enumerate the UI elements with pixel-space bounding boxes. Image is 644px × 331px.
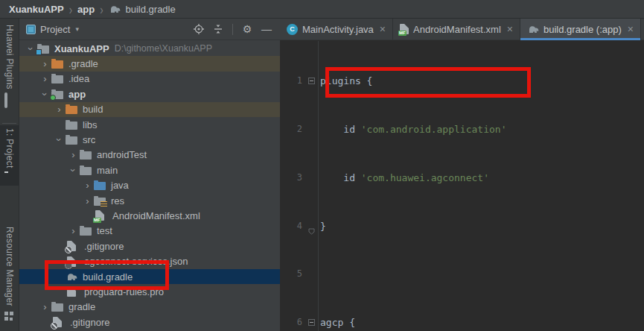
line-number: 6 xyxy=(280,315,305,331)
locate-file-button[interactable] xyxy=(191,22,206,37)
close-icon[interactable]: × xyxy=(380,23,386,35)
breadcrumb-file[interactable]: build.gradle xyxy=(126,4,176,15)
project-panel: Project ▾ ⚙ — › XuankuAPP D:\githome\Xua… xyxy=(19,19,280,331)
tab-build-gradle[interactable]: build.gradle (:app) × xyxy=(520,19,641,40)
tree-item-gitignore-app[interactable]: › .gitignore xyxy=(19,239,280,253)
tree-item-build-gradle[interactable]: › build.gradle xyxy=(19,269,280,284)
tree-item-agconnect-services[interactable]: › agconnect-services.json xyxy=(19,253,280,268)
chevron-right-icon[interactable]: › xyxy=(81,180,94,191)
collapse-all-button[interactable] xyxy=(211,22,226,37)
code-line[interactable]: 1 plugins { xyxy=(280,73,644,89)
editor: C MainActivity.java × MF AndroidManifest… xyxy=(280,19,644,331)
stripe-tab-huawei-plugins[interactable]: Huawei Plugins xyxy=(0,22,19,107)
tree-item-libs[interactable]: › libs xyxy=(19,117,280,132)
stripe-tab-project[interactable]: 1: Project xyxy=(0,125,19,186)
manifest-file-icon: MF xyxy=(400,24,409,34)
chevron-down-icon[interactable]: ▾ xyxy=(75,25,79,33)
hide-panel-button[interactable]: — xyxy=(259,22,274,37)
chevron-right-icon[interactable]: › xyxy=(67,149,80,160)
code-line[interactable]: 6 agcp { xyxy=(280,315,644,331)
chevron-down-icon[interactable]: › xyxy=(39,88,51,101)
tree-item-gradle-cache[interactable]: › .gradle xyxy=(19,56,280,71)
close-icon[interactable]: × xyxy=(507,23,513,35)
line-number: 4 xyxy=(280,218,305,235)
tree-item-src[interactable]: › src xyxy=(19,132,280,147)
tree-item-res[interactable]: › res xyxy=(19,193,280,208)
stripe-separator xyxy=(2,123,16,124)
tree-item-proguard-rules[interactable]: › proguard-rules.pro xyxy=(19,284,280,299)
code-editor[interactable]: 1 plugins { 2 id 'com.android.applicatio… xyxy=(280,41,644,331)
code-line[interactable]: 3 id 'com.huawei.agconnect' xyxy=(280,170,644,186)
folder-icon xyxy=(66,122,77,130)
gradle-icon xyxy=(527,25,539,34)
source-folder-icon xyxy=(94,182,106,190)
gradle-icon xyxy=(109,4,121,13)
tree-item-idea[interactable]: › .idea xyxy=(19,72,280,86)
json-file-icon xyxy=(67,256,76,267)
tree-item-java[interactable]: › java xyxy=(19,178,280,193)
toolbar-divider xyxy=(232,24,233,35)
folder-icon xyxy=(80,151,92,160)
chevron-right-icon[interactable]: › xyxy=(81,195,94,207)
chevron-down-icon[interactable]: › xyxy=(68,164,79,177)
tree-item-gitignore-root[interactable]: › .gitignore xyxy=(19,315,280,330)
tree-item-main[interactable]: › main xyxy=(19,163,280,177)
left-tool-stripe: Huawei Plugins 1: Project Resource Manag… xyxy=(0,19,19,331)
tree-item-test[interactable]: › test xyxy=(19,224,280,239)
stripe-tab-label: Huawei Plugins xyxy=(4,25,15,89)
gitignore-file-icon xyxy=(53,317,62,327)
code-line[interactable]: 4 } xyxy=(280,218,644,235)
plugin-icon xyxy=(4,94,14,104)
text-file-icon xyxy=(67,286,76,297)
folder-icon xyxy=(80,227,92,236)
resource-manager-icon xyxy=(4,311,14,321)
line-number: 5 xyxy=(280,266,305,283)
tree-item-gradle-folder[interactable]: › gradle xyxy=(19,300,280,315)
breadcrumb-app[interactable]: app xyxy=(77,4,95,15)
breadcrumb-project[interactable]: XuankuAPP xyxy=(9,4,64,15)
breadcrumb-separator: › xyxy=(100,1,103,17)
panel-title[interactable]: Project xyxy=(40,24,70,35)
close-icon[interactable]: × xyxy=(628,23,634,35)
chevron-right-icon[interactable]: › xyxy=(39,58,51,69)
breadcrumb-separator: › xyxy=(69,1,72,17)
chevron-right-icon[interactable]: › xyxy=(39,301,51,312)
editor-tab-bar: C MainActivity.java × MF AndroidManifest… xyxy=(280,19,644,40)
stripe-tab-label: 1: Project xyxy=(4,128,15,168)
line-number: 1 xyxy=(280,73,305,89)
tab-mainactivity[interactable]: C MainActivity.java × xyxy=(280,19,393,40)
excluded-folder-icon xyxy=(66,106,77,114)
project-tree: › XuankuAPP D:\githome\XuankuAPP › .grad… xyxy=(19,41,280,331)
line-number: 3 xyxy=(280,170,305,186)
module-folder-icon xyxy=(51,91,63,99)
gear-icon[interactable]: ⚙ xyxy=(240,22,255,37)
gradle-icon xyxy=(66,272,77,282)
chevron-down-icon[interactable]: › xyxy=(54,133,65,146)
resources-folder-icon xyxy=(94,198,106,206)
tree-item-xuankuapp-root[interactable]: › XuankuAPP D:\githome\XuankuAPP xyxy=(19,41,280,56)
stripe-tab-label: Resource Manager xyxy=(4,227,15,306)
tree-item-androidmanifest[interactable]: › MF AndroidManifest.xml xyxy=(19,208,280,223)
gitignore-file-icon xyxy=(67,241,76,251)
tree-item-build[interactable]: › build xyxy=(19,102,280,117)
tree-item-androidtest[interactable]: › androidTest xyxy=(19,148,280,163)
code-line[interactable]: 5 xyxy=(280,266,644,283)
excluded-folder-icon xyxy=(51,60,63,69)
code-line[interactable]: 2 id 'com.android.application' xyxy=(280,122,644,138)
chevron-down-icon[interactable]: › xyxy=(25,42,36,55)
chevron-right-icon[interactable]: › xyxy=(53,104,66,115)
tree-item-app[interactable]: › app xyxy=(19,86,280,101)
stripe-tab-resource-manager[interactable]: Resource Manager xyxy=(0,224,19,324)
fold-end-icon[interactable] xyxy=(308,224,315,240)
java-class-icon: C xyxy=(287,24,298,35)
tab-androidmanifest[interactable]: MF AndroidManifest.xml × xyxy=(393,19,520,40)
fold-collapse-icon[interactable] xyxy=(308,78,315,84)
folder-icon xyxy=(51,75,63,83)
project-panel-header: Project ▾ ⚙ — xyxy=(19,19,280,40)
project-path: D:\githome\XuankuAPP xyxy=(115,43,212,54)
folder-icon xyxy=(80,167,92,175)
chevron-right-icon[interactable]: › xyxy=(67,225,80,236)
folder-icon xyxy=(51,303,63,312)
chevron-right-icon[interactable]: › xyxy=(39,73,51,84)
fold-collapse-icon[interactable] xyxy=(308,319,315,326)
